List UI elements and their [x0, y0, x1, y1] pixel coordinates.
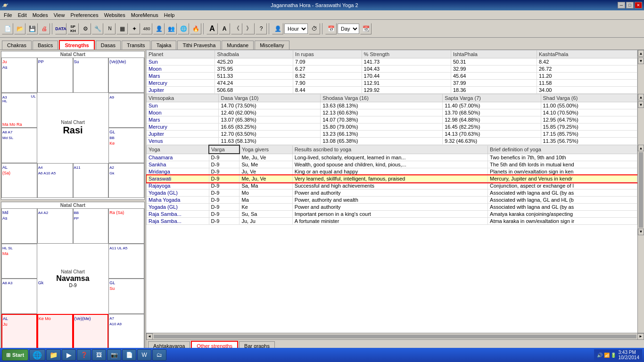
tab-mundane[interactable]: Mundane — [222, 41, 254, 49]
table-row[interactable]: SankhaD-9Su, MeWealth, good spouse and c… — [147, 161, 637, 168]
table-row[interactable]: Raja Samba...D-9Ju, JuA fortunate minist… — [147, 218, 637, 225]
open-button[interactable]: 📂 — [14, 23, 25, 34]
table-row[interactable]: Moon12.40 (62.00%)12.13 (60.63%)13.70 (6… — [147, 109, 637, 116]
table-row[interactable]: Yogada (GL)D-9KePower and authorityAssoc… — [147, 204, 637, 211]
minimize-button[interactable]: ─ — [618, 2, 625, 8]
chart-icon[interactable]: 👤 — [153, 23, 165, 34]
data-button[interactable]: DATA — [55, 23, 66, 34]
menu-preferences[interactable]: Preferences — [67, 11, 101, 19]
tab-transits[interactable]: Transits — [122, 41, 150, 49]
vims-scroll-down[interactable]: ▼ — [638, 101, 644, 108]
tool4-button[interactable]: 🔧 — [92, 23, 103, 34]
table-row[interactable]: Mercury16.65 (83.25%)15.80 (79.00%)16.45… — [147, 123, 637, 131]
menu-websites[interactable]: Websites — [101, 11, 128, 19]
table-cell: D-9 — [209, 204, 239, 211]
shadbala-scroll-up[interactable]: ▲ — [638, 50, 644, 57]
table-row[interactable]: Mars13.07 (65.38%)14.07 (70.38%)12.98 (6… — [147, 116, 637, 123]
tab-tithi-pravesha[interactable]: Tithi Pravesha — [177, 41, 221, 49]
table-row[interactable]: RajayogaD-9Sa, MaSuccessful and high ach… — [147, 182, 637, 189]
back-button[interactable]: 《 — [231, 23, 242, 34]
table-row[interactable]: Sun425.207.09141.7350.318.42 — [147, 58, 637, 66]
tab-miscellany[interactable]: Miscellany — [255, 41, 289, 49]
menu-file[interactable]: File — [1, 11, 15, 19]
taskbar-explorer[interactable]: 📁 — [46, 349, 61, 361]
table-row[interactable]: Sun14.70 (73.50%)13.63 (68.13%)11.40 (57… — [147, 102, 637, 109]
menu-moremenus[interactable]: MoreMenus — [128, 11, 161, 19]
table-row[interactable]: Jupiter506.688.44129.9218.3634.00 — [147, 87, 637, 94]
table-row[interactable]: Raja Samba...D-9Su, SaImportant person i… — [147, 211, 637, 218]
forward-button[interactable]: 》 — [243, 23, 255, 34]
day-icon[interactable]: 📆 — [360, 23, 372, 34]
new-button[interactable]: 📄 — [2, 23, 13, 34]
yoga-scroll-down[interactable]: ▼ — [638, 229, 644, 235]
print-button[interactable]: 🖨 — [39, 23, 50, 34]
spkh-button[interactable]: SPKH — [67, 23, 79, 34]
vimsopaka-wrapper[interactable]: Vimsopaka Dasa Varga (10) Shodasa Varga … — [146, 94, 644, 145]
tool5-button[interactable]: N — [104, 23, 116, 34]
menu-modes[interactable]: Modes — [30, 11, 51, 19]
day-dropdown[interactable]: Day — [338, 24, 359, 34]
vims-scroll-up[interactable]: ▲ — [638, 94, 644, 100]
yoga-table: Yoga Varga Yoga givers Results ascribed … — [146, 145, 637, 225]
yoga-hscroll-thumb[interactable] — [154, 335, 636, 338]
taskbar-app4[interactable]: 📄 — [122, 349, 136, 361]
tool6-button[interactable]: ▦ — [116, 23, 128, 34]
person-icon[interactable]: 👤 — [272, 23, 283, 34]
tab-basics[interactable]: Basics — [33, 41, 58, 49]
table-row[interactable]: MridangaD-9Ju, VeKing or an equal and ha… — [147, 168, 637, 175]
yoga-scrollbar[interactable]: ▲ ▼ — [637, 145, 644, 333]
sp-button[interactable]: 480 — [141, 23, 152, 34]
close-button[interactable]: ✕ — [635, 2, 642, 8]
taskbar-app2[interactable]: 🖼 — [92, 349, 106, 361]
tab-tajaka[interactable]: Tajaka — [151, 41, 177, 49]
vimsopaka-scrollbar[interactable]: ▲ ▼ — [637, 94, 644, 145]
table-row[interactable]: Jupiter12.70 (63.50%)13.23 (66.13%)14.13… — [147, 131, 637, 138]
table-cell: Su, Sa — [239, 211, 292, 218]
yoga-scroll-up[interactable]: ▲ — [638, 145, 644, 151]
tab-chakras[interactable]: Chakras — [2, 41, 32, 49]
menu-edit[interactable]: Edit — [15, 11, 30, 19]
taskbar-app5[interactable]: W — [137, 349, 151, 361]
help-icon[interactable]: ? — [256, 23, 267, 34]
menu-view[interactable]: View — [51, 11, 68, 19]
yoga-wrapper[interactable]: Yoga Varga Yoga givers Results ascribed … — [146, 145, 644, 333]
save-button[interactable]: 💾 — [26, 23, 38, 34]
shadbala-scrollbar[interactable]: ▲ ▼ — [637, 50, 644, 94]
tab-strengths[interactable]: Strengths — [59, 40, 94, 49]
chart2-icon[interactable]: 👥 — [165, 23, 177, 34]
table-row[interactable]: Mercury474.247.90112.9137.9911.58 — [147, 80, 637, 87]
table-row[interactable]: Yogada (GL)D-9MoPower and authorityAssoc… — [147, 189, 637, 197]
taskbar-media[interactable]: ▶ — [62, 349, 76, 361]
tool7-button[interactable]: ✦ — [129, 23, 140, 34]
tool3-button[interactable]: ⚙ — [80, 23, 91, 34]
table-row[interactable]: Moon375.956.27104.4332.9926.72 — [147, 66, 637, 73]
yoga-hscrollbar[interactable]: ◄ ► — [146, 333, 644, 339]
table-row[interactable]: ChaamaraD-9Me, Ju, VeLong-lived, scholar… — [147, 154, 637, 161]
start-button[interactable]: ⊞ Start — [2, 349, 28, 361]
yoga-hscroll-left[interactable]: ◄ — [146, 333, 153, 340]
taskbar-app6[interactable]: 🗂 — [152, 349, 166, 361]
table-row[interactable]: Mars511.338.52170.4445.6411.20 — [147, 73, 637, 80]
taskbar-ie[interactable]: 🌐 — [29, 349, 45, 361]
text-large-button[interactable]: A — [206, 23, 218, 34]
table-row[interactable]: SaraswatiD-9Me, Ju, VeVery learned, skil… — [147, 175, 637, 182]
yoga-scroll-thumb[interactable] — [639, 152, 643, 228]
hour-dropdown[interactable]: Hour — [284, 24, 308, 34]
shadbala-scroll-down[interactable]: ▼ — [638, 58, 644, 64]
yoga-hscroll-right[interactable]: ► — [637, 333, 644, 340]
table-row[interactable]: Maha YogadaD-9MaPower, authority and wea… — [147, 197, 637, 204]
text-small-button[interactable]: A — [219, 23, 230, 34]
fire-icon[interactable]: 🔥 — [190, 23, 201, 34]
maximize-button[interactable]: □ — [626, 2, 634, 8]
table-row[interactable]: Venus11.63 (58.13%)13.08 (65.38%)9.32 (4… — [147, 138, 637, 145]
taskbar-app1[interactable]: ❓ — [77, 349, 91, 361]
globe-icon[interactable]: 🌐 — [178, 23, 189, 34]
tab-dasas[interactable]: Dasas — [96, 41, 121, 49]
table-cell: D-9 — [209, 182, 239, 189]
menu-help[interactable]: Help — [161, 11, 178, 19]
taskbar-app3[interactable]: 📷 — [107, 349, 121, 361]
calendar-icon[interactable]: 📅 — [325, 23, 337, 34]
table-cell: A fortunate minister — [292, 218, 487, 225]
shadbala-wrapper[interactable]: Planet Shadbala In rupas % Strength Isht… — [146, 50, 644, 94]
clock-icon[interactable]: ⏱ — [309, 23, 320, 34]
